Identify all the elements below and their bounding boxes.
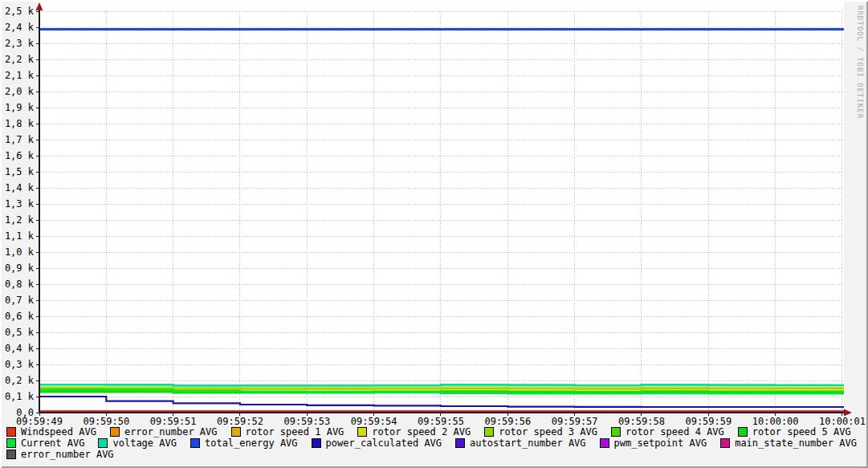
legend-swatch-icon — [455, 438, 465, 448]
x-axis-tick-label: 09:59:58 — [618, 416, 665, 427]
legend-label: pwm_setpoint AVG — [614, 437, 707, 449]
y-axis-tick-label: 1,4 k — [0, 182, 34, 193]
y-axis-tick-label: 0,2 k — [0, 375, 34, 386]
y-axis-tick-label: 1,5 k — [0, 166, 34, 177]
legend-item-rotor-speed-5-avg: rotor speed 5 AVG — [738, 426, 851, 437]
legend-swatch-icon — [611, 427, 621, 437]
legend-swatch-icon — [720, 438, 730, 448]
y-axis-tick-label: 2,3 k — [0, 38, 34, 49]
y-axis-tick-label: 2,2 k — [0, 54, 34, 65]
legend-label: error_number AVG — [21, 449, 114, 460]
legend-swatch-icon — [312, 438, 321, 448]
legend-swatch-icon — [600, 438, 609, 448]
legend-item-current-avg: Current AVG — [6, 437, 84, 449]
x-axis-tick-label: 09:59:49 — [16, 416, 63, 427]
legend-swatch-icon — [110, 427, 120, 437]
legend-swatch-icon — [190, 438, 200, 448]
legend-swatch-icon — [6, 427, 16, 437]
legend-label: rotor speed 1 AVG — [246, 426, 344, 437]
y-axis-tick-label: 1,1 k — [0, 230, 34, 242]
series-line-voltage-avg — [39, 385, 844, 385]
x-axis-tick-label: 09:59:53 — [283, 416, 330, 427]
y-axis-tick-label: 0,3 k — [0, 359, 34, 370]
y-axis-tick-label: 1,9 k — [0, 102, 34, 113]
legend-label: Current AVG — [21, 437, 84, 449]
x-axis-tick-label: 09:59:50 — [83, 416, 129, 427]
legend-swatch-icon — [357, 427, 367, 437]
y-axis-tick-label: 0,5 k — [0, 327, 34, 338]
y-axis-tick-label: 1,7 k — [0, 134, 34, 145]
legend-label: power_calculated AVG — [326, 437, 442, 449]
legend-item-main-state-number-avg: main_state_number AVG — [720, 437, 857, 449]
legend-label: rotor speed 4 AVG — [626, 426, 724, 437]
x-axis-tick-label: 10:00:00 — [752, 416, 799, 427]
legend-swatch-icon — [231, 427, 241, 437]
legend-item-windspeed-avg: Windspeed AVG — [6, 426, 96, 437]
legend-item-total-energy-avg: total_energy AVG — [190, 437, 298, 449]
x-axis-tick-label: 09:59:57 — [552, 416, 598, 427]
rrdtool-graph: 2,5 k2,4 k2,3 k2,2 k2,1 k2,0 k1,9 k1,8 k… — [0, 0, 868, 468]
legend-item-autostart-number-avg: autostart_number AVG — [455, 437, 586, 449]
legend-swatch-icon — [6, 450, 16, 459]
x-axis-tick-label: 09:59:55 — [418, 416, 464, 427]
rrdtool-watermark: RRDTOOL / TOBI OETIKER — [856, 6, 864, 119]
legend-swatch-icon — [6, 438, 16, 448]
legend-item-error-number-avg: error_number AVG — [6, 449, 114, 460]
x-axis-tick-label: 09:59:56 — [484, 416, 531, 427]
y-axis-tick-label: 0,7 k — [0, 295, 34, 306]
x-axis-tick-label: 10:00:01 — [819, 416, 866, 427]
legend-label: autostart_number AVG — [470, 437, 586, 449]
legend-label: rotor speed 2 AVG — [372, 426, 471, 437]
y-axis-tick-label: 1,8 k — [0, 118, 34, 129]
x-axis-tick-label: 09:59:52 — [217, 416, 263, 427]
y-axis-tick-label: 0,8 k — [0, 279, 34, 290]
legend-row: Windspeed AVGerror_number AVGrotor speed… — [6, 426, 865, 437]
legend-item-error-number-avg: error_number AVG — [110, 426, 218, 437]
legend-label: main_state_number AVG — [735, 437, 857, 449]
legend-label: rotor speed 5 AVG — [752, 426, 851, 437]
legend-item-voltage-avg: voltage AVG — [98, 437, 176, 449]
legend-item-rotor-speed-4-avg: rotor speed 4 AVG — [611, 426, 724, 437]
legend-item-pwm-setpoint-avg: pwm_setpoint AVG — [600, 437, 707, 449]
legend-item-power-calculated-avg: power_calculated AVG — [312, 437, 442, 449]
legend-swatch-icon — [738, 427, 748, 437]
legend-row: Current AVGvoltage AVGtotal_energy AVGpo… — [6, 437, 868, 449]
y-axis-tick-label: 0,6 k — [0, 311, 34, 322]
legend-label: error_number AVG — [124, 426, 218, 437]
y-axis-tick-label: 1,2 k — [0, 214, 34, 226]
legend-swatch-icon — [484, 427, 494, 437]
x-axis-tick-label: 09:59:59 — [685, 416, 731, 427]
legend-label: rotor speed 3 AVG — [499, 426, 597, 437]
y-axis-tick-label: 1,6 k — [0, 150, 34, 161]
legend-label: Windspeed AVG — [21, 426, 96, 437]
y-axis-tick-label: 1,3 k — [0, 198, 34, 210]
y-axis-tick-label: 0,1 k — [0, 391, 34, 402]
chart-plot-area — [0, 0, 868, 468]
legend-item-rotor-speed-3-avg: rotor speed 3 AVG — [484, 426, 597, 437]
y-axis-tick-label: 2,4 k — [0, 22, 34, 33]
y-axis-tick-label: 2,1 k — [0, 70, 34, 81]
legend-label: total_energy AVG — [205, 437, 298, 449]
x-axis-tick-label: 09:59:51 — [150, 416, 197, 427]
y-axis-tick-label: 2,0 k — [0, 86, 34, 97]
y-axis-tick-label: 0,9 k — [0, 262, 34, 274]
legend-row: error_number AVG — [6, 449, 128, 460]
y-axis-tick-label: 0,4 k — [0, 343, 34, 354]
legend-label: voltage AVG — [112, 437, 176, 449]
y-axis-tick-label: 1,0 k — [0, 246, 34, 258]
legend-item-rotor-speed-1-avg: rotor speed 1 AVG — [231, 426, 344, 437]
x-axis-tick-label: 09:59:54 — [351, 416, 397, 427]
legend-swatch-icon — [98, 438, 108, 448]
y-axis-tick-label: 2,5 k — [0, 6, 34, 17]
legend-item-rotor-speed-2-avg: rotor speed 2 AVG — [357, 426, 471, 437]
